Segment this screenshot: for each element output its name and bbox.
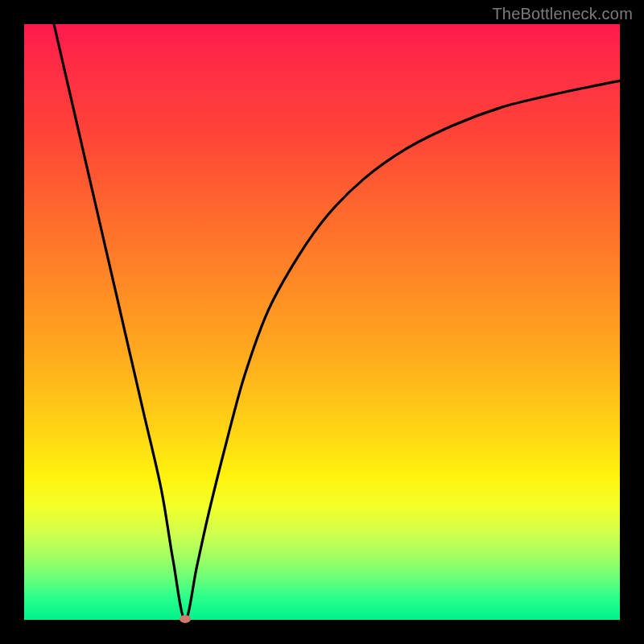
- plot-area: [24, 24, 620, 620]
- chart-frame: TheBottleneck.com: [0, 0, 644, 644]
- bottleneck-curve: [24, 24, 620, 620]
- watermark-text: TheBottleneck.com: [492, 5, 633, 23]
- curve-minimum-marker: [180, 615, 191, 623]
